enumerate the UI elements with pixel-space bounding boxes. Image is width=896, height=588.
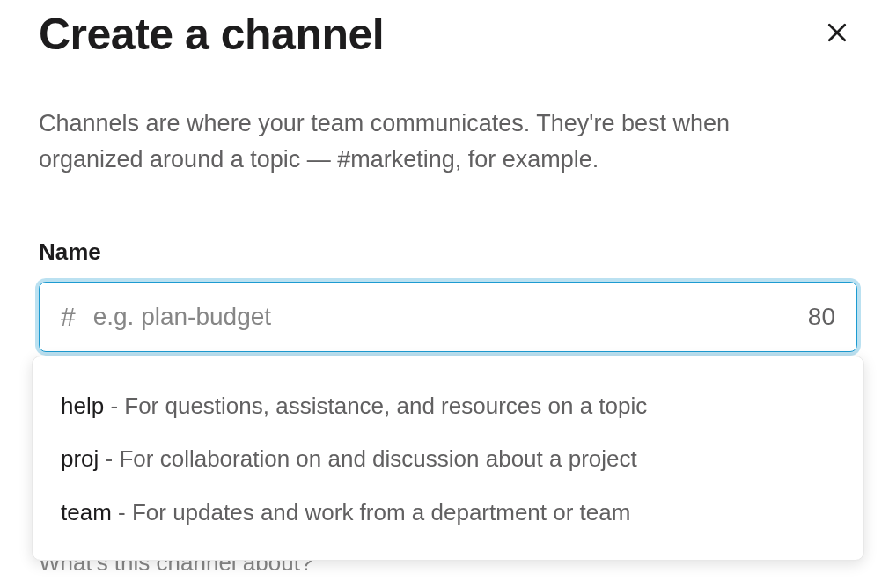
suggestion-item-help[interactable]: help - For questions, assistance, and re…	[33, 379, 863, 432]
suggestion-item-proj[interactable]: proj - For collaboration on and discussi…	[33, 432, 863, 485]
suggestion-prefix: help	[61, 393, 104, 419]
hash-icon: #	[61, 302, 76, 332]
char-count: 80	[808, 303, 835, 331]
suggestions-popover: help - For questions, assistance, and re…	[32, 356, 864, 561]
suggestion-prefix: team	[61, 499, 112, 526]
modal-title: Create a channel	[39, 9, 384, 60]
suggestion-desc: - For collaboration on and discussion ab…	[99, 445, 636, 472]
close-icon	[824, 19, 850, 48]
suggestion-desc: - For updates and work from a department…	[112, 499, 631, 526]
suggestion-desc: - For questions, assistance, and resourc…	[104, 393, 647, 419]
name-input-wrapper: # 80 help - For questions, assistance, a…	[39, 282, 857, 352]
suggestion-prefix: proj	[61, 445, 99, 472]
name-input-box[interactable]: # 80	[39, 282, 857, 352]
create-channel-modal: Create a channel Channels are where your…	[0, 0, 896, 577]
modal-description: Channels are where your team communicate…	[39, 106, 804, 177]
modal-header: Create a channel	[39, 0, 857, 60]
channel-name-input[interactable]	[93, 303, 808, 331]
name-label: Name	[39, 239, 857, 266]
suggestion-item-team[interactable]: team - For updates and work from a depar…	[33, 486, 863, 539]
close-button[interactable]	[817, 12, 857, 55]
